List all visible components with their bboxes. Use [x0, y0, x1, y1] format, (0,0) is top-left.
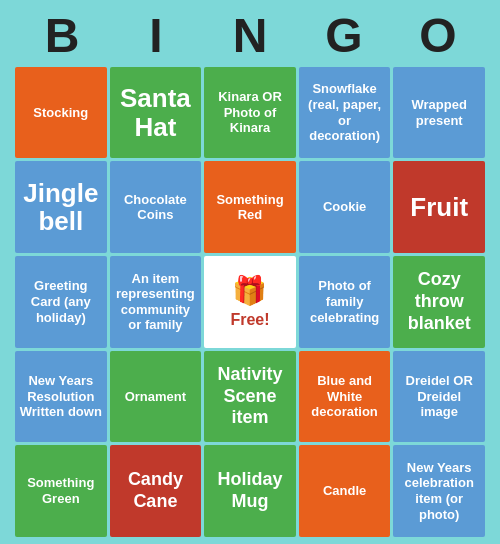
cell-r4-c0: Something Green	[15, 445, 107, 537]
gift-icon: 🎁	[232, 274, 267, 308]
cell-r1-c0: Jingle bell	[15, 161, 107, 253]
cell-r4-c1: Candy Cane	[110, 445, 202, 537]
cell-r4-c4: New Years celebration item (or photo)	[393, 445, 485, 537]
cell-r3-c1: Ornament	[110, 351, 202, 443]
cell-r0-c1: Santa Hat	[110, 67, 202, 159]
cell-r3-c0: New Years Resolution Written down	[15, 351, 107, 443]
bingo-letter: B	[15, 10, 109, 63]
cell-r1-c2: Something Red	[204, 161, 296, 253]
cell-r2-c0: Greeting Card (any holiday)	[15, 256, 107, 348]
cell-r0-c4: Wrapped present	[393, 67, 485, 159]
bingo-header: BINGO	[15, 10, 485, 63]
cell-r0-c0: Stocking	[15, 67, 107, 159]
cell-r3-c3: Blue and White decoration	[299, 351, 391, 443]
bingo-letter: N	[203, 10, 297, 63]
cell-r2-c2: 🎁 Free!	[204, 256, 296, 348]
cell-r0-c2: Kinara OR Photo of Kinara	[204, 67, 296, 159]
bingo-letter: I	[109, 10, 203, 63]
bingo-card: BINGO StockingSanta HatKinara OR Photo o…	[5, 0, 495, 544]
cell-r1-c4: Fruit	[393, 161, 485, 253]
free-label: Free!	[230, 310, 269, 329]
cell-r3-c2: Nativity Scene item	[204, 351, 296, 443]
free-cell-inner: 🎁 Free!	[230, 274, 269, 329]
cell-r1-c1: Chocolate Coins	[110, 161, 202, 253]
cell-r4-c2: Holiday Mug	[204, 445, 296, 537]
cell-r2-c4: Cozy throw blanket	[393, 256, 485, 348]
cell-r0-c3: Snowflake (real, paper, or decoration)	[299, 67, 391, 159]
cell-r3-c4: Dreidel OR Dreidel image	[393, 351, 485, 443]
cell-r4-c3: Candle	[299, 445, 391, 537]
bingo-letter: O	[391, 10, 485, 63]
cell-r1-c3: Cookie	[299, 161, 391, 253]
bingo-grid: StockingSanta HatKinara OR Photo of Kina…	[15, 67, 485, 537]
bingo-letter: G	[297, 10, 391, 63]
cell-r2-c1: An item representing community or family	[110, 256, 202, 348]
cell-r2-c3: Photo of family celebrating	[299, 256, 391, 348]
